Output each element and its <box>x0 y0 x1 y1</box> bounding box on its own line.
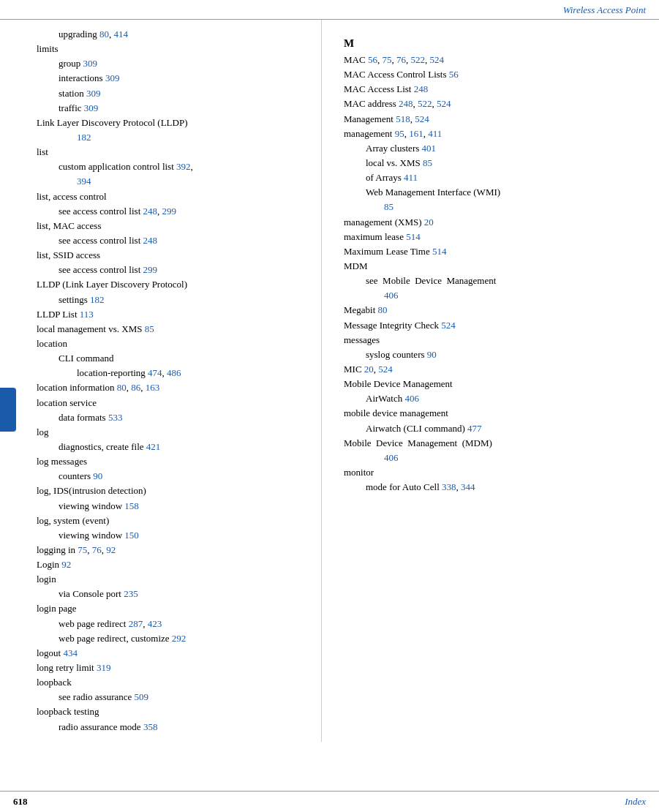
list-item: local management vs. XMS 85 <box>37 322 314 337</box>
list-item: MAC Access List 248 <box>344 82 646 97</box>
list-item: logging in 75, 76, 92 <box>37 543 314 557</box>
list-item: limits <box>37 42 314 56</box>
right-column: M MAC 56, 75, 76, 522, 524 MAC Access Co… <box>322 20 659 742</box>
list-item: LLDP (Link Layer Discovery Protocol) set… <box>37 277 314 307</box>
tab-marker <box>0 388 16 432</box>
list-item: loopback testing radio assurance mode 35… <box>37 704 314 734</box>
left-column: upgrading 80, 414 limits group 309 inter… <box>0 20 322 742</box>
list-item: MAC 56, 75, 76, 522, 524 <box>344 53 646 67</box>
list-item: traffic 309 <box>37 101 314 116</box>
list-item: Message Integrity Check 524 <box>344 318 646 333</box>
list-item: messages syslog counters 90 <box>344 333 646 362</box>
list-item: location information 80, 86, 163 <box>37 380 314 395</box>
list-item: Maximum Lease Time 514 <box>344 244 646 259</box>
list-item: Link Layer Discovery Protocol (LLDP) 182 <box>37 116 314 145</box>
list-item: MDM see Mobile Device Management 406 <box>344 259 646 303</box>
content-area: upgrading 80, 414 limits group 309 inter… <box>0 20 659 742</box>
list-item: long retry limit 319 <box>37 661 314 675</box>
list-item: group 309 <box>37 56 314 71</box>
list-item: management (XMS) 20 <box>344 215 646 230</box>
section-heading-m: M <box>344 37 646 50</box>
list-item: station 309 <box>37 86 314 101</box>
list-item: management 95, 161, 411 Array clusters 4… <box>344 127 646 215</box>
list-item: LLDP List 113 <box>37 307 314 322</box>
list-item: login via Console port 235 <box>37 572 314 601</box>
list-item: Mobile Device Management AirWatch 406 <box>344 377 646 406</box>
list-item: Login 92 <box>37 557 314 572</box>
list-item: list <box>37 145 314 159</box>
list-item: interactions 309 <box>37 71 314 86</box>
list-item: log, IDS(intrusion detection) viewing wi… <box>37 484 314 513</box>
list-item: mobile device management Airwatch (CLI c… <box>344 406 646 435</box>
page-footer: 618 Index <box>0 791 659 812</box>
list-item: log messages counters 90 <box>37 454 314 484</box>
list-item: upgrading 80, 414 <box>37 27 314 42</box>
list-item: log diagnostics, create file 421 <box>37 425 314 454</box>
list-item: MAC Access Control Lists 56 <box>344 67 646 82</box>
list-item: logout 434 <box>37 646 314 661</box>
list-item: login page web page redirect 287, 423 we… <box>37 601 314 645</box>
footer-label: Index <box>625 796 646 808</box>
list-item: Management 518, 524 <box>344 112 646 127</box>
list-item: location service data formats 533 <box>37 396 314 425</box>
list-item: list, SSID access see access control lis… <box>37 248 314 277</box>
list-item: MIC 20, 524 <box>344 362 646 377</box>
list-item: log, system (event) viewing window 150 <box>37 514 314 543</box>
list-item: custom application control list 392, 394 <box>37 159 314 189</box>
list-item: Megabit 80 <box>344 303 646 317</box>
list-item: Mobile Device Management (MDM) 406 <box>344 436 646 465</box>
list-item: list, access control see access control … <box>37 189 314 219</box>
list-item: loopback see radio assurance 509 <box>37 675 314 704</box>
page-header: Wireless Access Point <box>0 0 659 20</box>
footer-page-number: 618 <box>13 796 28 808</box>
list-item: MAC address 248, 522, 524 <box>344 97 646 111</box>
header-title: Wireless Access Point <box>563 4 646 16</box>
list-item: maximum lease 514 <box>344 230 646 244</box>
list-item: monitor mode for Auto Cell 338, 344 <box>344 465 646 495</box>
list-item: location CLI command location-reporting … <box>37 337 314 380</box>
list-item: list, MAC access see access control list… <box>37 219 314 248</box>
